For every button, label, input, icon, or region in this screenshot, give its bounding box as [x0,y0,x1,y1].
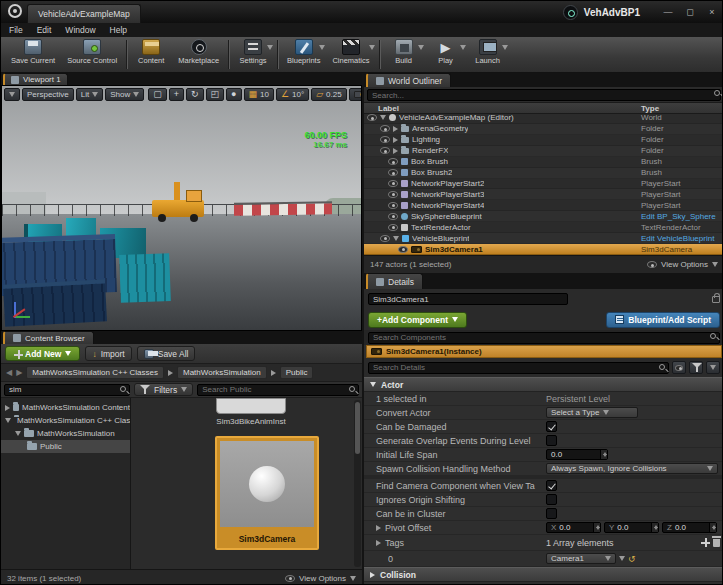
expander-icon[interactable] [5,405,10,411]
outliner-row[interactable]: Box BrushBrush [364,157,723,168]
tree-item[interactable]: MathWorksSimulation C++ Classes [1,414,130,427]
perspective-button[interactable]: Perspective [22,88,74,101]
visibility-eye-icon[interactable] [367,114,377,121]
outliner-row[interactable]: TextRenderActorTextRenderActor [364,222,723,233]
spinner-icon[interactable] [593,523,600,532]
import-button[interactable]: ↓Import [85,346,131,361]
column-label[interactable]: Label [364,104,399,113]
content-view-options-button[interactable]: View Options [285,574,356,583]
outliner-row[interactable]: SkySphereBlueprintEdit BP_Sky_Sphere [364,211,723,222]
visibility-eye-icon[interactable] [388,224,398,231]
folder-search-input[interactable] [4,384,130,396]
ignores-origin-checkbox[interactable] [546,494,557,505]
outliner-row[interactable]: VehicleAdvExampleMap (Editor)World [364,113,723,124]
chevron-down-icon[interactable] [619,556,625,561]
display-filter-button[interactable] [672,361,686,374]
expander-icon[interactable] [15,431,21,436]
section-collision[interactable]: Collision [364,567,723,582]
lit-button[interactable]: Lit [76,88,103,101]
pivot-y-input[interactable]: Y0.0 [604,522,659,533]
select-tool-button[interactable]: ▢ [148,88,167,101]
filters-button[interactable]: Filters [134,383,193,396]
translate-tool-button[interactable]: + [169,88,184,101]
back-button[interactable]: ◀ [6,368,12,377]
menu-file[interactable]: File [9,25,23,35]
find-camera-checkbox[interactable] [546,480,557,491]
level-tab[interactable]: VehicleAdvExampleMap [27,4,141,23]
spinner-icon[interactable] [709,523,716,532]
rotation-snap-button[interactable]: ∠10° [276,88,309,101]
tree-item[interactable]: MathWorksSimulation [1,427,130,440]
expander-icon[interactable] [376,525,381,531]
expander-icon[interactable] [393,126,398,132]
blueprints-button[interactable]: Blueprints [281,37,326,72]
scale-snap-button[interactable]: ▱0.25 [311,88,347,101]
add-component-button[interactable]: +Add Component [368,312,467,328]
search-details-input[interactable] [368,362,669,374]
visibility-eye-icon[interactable] [388,180,398,187]
save-current-button[interactable]: Save Current [5,37,61,72]
edit-blueprint-link[interactable]: Edit BP_Sky_Sphere [641,212,716,221]
section-actor[interactable]: Actor [364,377,723,392]
generate-overlap-checkbox[interactable] [546,435,557,446]
viewport-options-button[interactable] [4,88,20,101]
tag-value-dropdown[interactable]: Camera1 [546,553,616,564]
menu-help[interactable]: Help [110,25,127,35]
visibility-eye-icon[interactable] [388,169,398,176]
camera-speed-button[interactable]: 4 [349,88,362,101]
viewport-canvas[interactable]: 60.00 FPS 16.67 ms Perspective Lit Show … [1,85,362,331]
build-button[interactable]: Build [383,37,425,72]
blueprint-add-script-button[interactable]: Blueprint/Add Script [606,312,720,328]
expander-icon[interactable] [393,148,398,154]
tab-details[interactable]: Details [366,273,423,289]
grid-snap-button[interactable]: ▦10 [244,88,274,101]
lock-icon[interactable] [712,296,720,303]
edit-blueprint-link[interactable]: Edit VehicleBlueprint [641,234,714,243]
tab-content-browser[interactable]: Content Browser [3,331,94,344]
forward-button[interactable]: ▶ [16,368,22,377]
asset-grid[interactable]: Sim3dBikeAnimInst Sim3dCamera [131,398,362,569]
tab-viewport-1[interactable]: Viewport 1 [3,73,68,85]
rotate-tool-button[interactable]: ↻ [186,88,204,101]
can-be-in-cluster-checkbox[interactable] [546,508,557,519]
add-element-icon[interactable] [701,538,710,547]
visibility-eye-icon[interactable] [388,158,398,165]
menu-window[interactable]: Window [65,25,95,35]
show-button[interactable]: Show [105,88,144,101]
visibility-eye-icon[interactable] [388,191,398,198]
initial-life-span-input[interactable]: 0.0 [546,449,608,460]
outliner-search-input[interactable] [367,89,721,101]
tree-item[interactable]: MathWorksSimulation Content [1,401,130,414]
breadcrumb-item[interactable]: Public [280,366,314,379]
spawn-collision-dropdown[interactable]: Always Spawn, Ignore Collisions [546,463,718,474]
visibility-eye-icon[interactable] [380,136,390,143]
outliner-row[interactable]: Box Brush2Brush [364,168,723,179]
outliner-row[interactable]: LightingFolder [364,135,723,146]
visibility-eye-icon[interactable] [388,202,398,209]
settings-small-button[interactable] [706,361,720,374]
pivot-x-input[interactable]: X0.0 [546,522,601,533]
search-components-input[interactable] [368,332,720,344]
expander-icon[interactable] [393,137,398,143]
expander-icon[interactable] [380,115,386,120]
scrollbar[interactable] [354,400,361,567]
column-type[interactable]: Type [641,104,659,113]
breadcrumb-item[interactable]: MathWorksSimulation [177,366,267,379]
visibility-eye-icon[interactable] [398,246,408,253]
save-all-button[interactable]: Save All [137,346,196,361]
minimize-button[interactable]: — [660,4,676,20]
source-control-button[interactable]: Source Control [61,37,123,72]
spinner-icon[interactable] [651,523,658,532]
add-new-button[interactable]: Add New [5,346,80,361]
spinner-icon[interactable] [600,450,607,459]
outliner-row[interactable]: RenderFXFolder [364,146,723,157]
outliner-row[interactable]: NetworkPlayerStart2PlayerStart [364,179,723,190]
visibility-eye-icon[interactable] [380,147,390,154]
favorites-button[interactable] [689,361,703,374]
expander-icon[interactable] [376,540,381,546]
content-button[interactable]: Content [130,37,172,72]
marketplace-button[interactable]: Marketplace [172,37,225,72]
scale-tool-button[interactable]: ◰ [206,88,225,101]
convert-actor-dropdown[interactable]: Select a Type [546,407,638,418]
asset-search-input[interactable] [197,384,359,396]
